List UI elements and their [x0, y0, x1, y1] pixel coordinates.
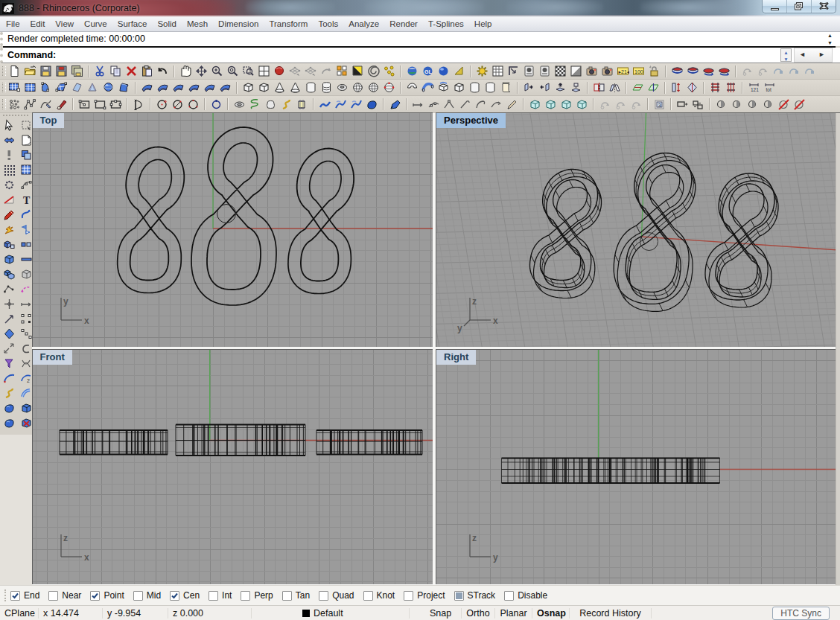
svg-text:▸21◂: ▸21◂	[619, 69, 630, 74]
svg-text:2: 2	[27, 378, 30, 383]
svg-text:z: z	[472, 296, 477, 307]
svg-text:100: 100	[634, 69, 643, 74]
svg-text:T: T	[23, 195, 31, 206]
svg-text:y: y	[493, 552, 498, 563]
svg-text:x: x	[84, 316, 89, 326]
svg-text:x: x	[84, 552, 89, 563]
svg-text:GL: GL	[424, 69, 432, 74]
svg-text:tot: tot	[766, 87, 771, 92]
svg-text:z: z	[63, 533, 68, 543]
svg-text:y: y	[63, 296, 69, 307]
svg-text:z: z	[472, 533, 477, 543]
svg-text:y: y	[457, 323, 462, 333]
svg-text:3: 3	[658, 102, 661, 107]
svg-text:x: x	[493, 316, 498, 326]
svg-text:121: 121	[751, 87, 759, 92]
